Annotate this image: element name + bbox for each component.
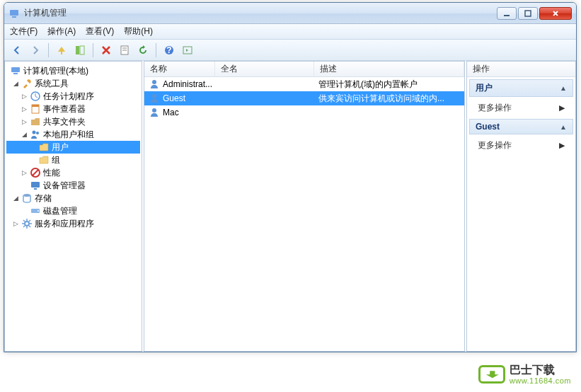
export-button[interactable]	[179, 42, 196, 59]
cell-name: Mac	[144, 107, 215, 118]
gear-icon	[21, 218, 33, 229]
expand-icon[interactable]: ▷	[21, 93, 28, 100]
refresh-button[interactable]	[134, 42, 151, 59]
window-buttons	[497, 7, 572, 20]
action-section-users[interactable]: 用户 ▲	[469, 79, 573, 97]
tree-system-tools[interactable]: ◢ 系统工具	[6, 77, 140, 90]
svg-rect-16	[32, 105, 39, 107]
collapse-icon[interactable]: ◢	[21, 131, 28, 138]
expand-icon[interactable]: ▷	[21, 169, 28, 176]
action-more-users[interactable]: 更多操作 ▶	[469, 99, 573, 117]
folder-icon	[38, 142, 50, 153]
help-button[interactable]: ?	[161, 42, 178, 59]
delete-button[interactable]	[98, 42, 115, 59]
svg-rect-5	[80, 46, 84, 54]
tree-device-manager[interactable]: 设备管理器	[6, 179, 140, 192]
svg-point-18	[36, 132, 39, 134]
list-header: 名称 全名 描述	[144, 62, 464, 77]
watermark-text: 巴士下载 www.11684.com	[510, 364, 571, 385]
tree-label: 性能	[43, 167, 60, 179]
titlebar: 计算机管理	[4, 3, 576, 24]
event-icon	[30, 103, 41, 115]
tree-storage[interactable]: ◢ 存储	[6, 192, 140, 204]
app-icon	[8, 8, 20, 19]
list-panel: 名称 全名 描述 Administrat...管理计算机(域)的内置帐户Gues…	[144, 61, 465, 352]
list-body: Administrat...管理计算机(域)的内置帐户Guest供来宾访问计算机…	[144, 77, 464, 351]
svg-line-20	[33, 170, 38, 175]
action-more-guest[interactable]: 更多操作 ▶	[469, 137, 573, 154]
collapse-icon[interactable]: ◢	[12, 80, 19, 87]
list-row[interactable]: Guest供来宾访问计算机或访问域的内...	[144, 91, 464, 105]
action-item-label: 更多操作	[478, 139, 512, 151]
tree-label: 组	[52, 154, 60, 166]
maximize-button[interactable]	[518, 7, 538, 20]
action-section-label: Guest	[476, 122, 500, 132]
chevron-right-icon: ▶	[559, 141, 565, 150]
menu-file[interactable]: 文件(F)	[10, 25, 38, 38]
svg-rect-21	[31, 182, 40, 188]
folder-icon	[38, 154, 50, 166]
cell-name-text: Guest	[163, 93, 185, 103]
close-button[interactable]	[539, 7, 572, 20]
back-button[interactable]	[8, 42, 25, 59]
chevron-up-icon: ▲	[560, 84, 567, 92]
up-button[interactable]	[53, 42, 70, 59]
chevron-up-icon: ▲	[560, 123, 567, 131]
menubar: 文件(F) 操作(A) 查看(V) 帮助(H)	[4, 24, 576, 40]
action-section-label: 用户	[476, 82, 493, 94]
list-row[interactable]: Mac	[144, 105, 464, 120]
cell-desc: 供来宾访问计算机或访问域的内...	[314, 93, 464, 105]
tree-event-viewer[interactable]: ▷ 事件查看器	[6, 103, 140, 115]
content-area: 计算机管理(本地) ◢ 系统工具 ▷ 任务计划程序 ▷	[4, 61, 576, 352]
window-title: 计算机管理	[24, 7, 497, 19]
menu-help[interactable]: 帮助(H)	[124, 25, 153, 38]
tree-task-scheduler[interactable]: ▷ 任务计划程序	[6, 90, 140, 103]
properties-button[interactable]	[116, 42, 133, 59]
tree-shared-folders[interactable]: ▷ 共享文件夹	[6, 115, 140, 128]
tree-performance[interactable]: ▷ 性能	[6, 166, 140, 179]
tree-groups[interactable]: 组	[6, 154, 140, 166]
minimize-button[interactable]	[497, 7, 517, 20]
collapse-icon[interactable]: ◢	[12, 195, 19, 202]
share-icon	[30, 116, 41, 127]
tree-services-apps[interactable]: ▷ 服务和应用程序	[6, 217, 140, 230]
col-name[interactable]: 名称	[144, 62, 215, 76]
disk-icon	[30, 205, 41, 217]
tree-root[interactable]: 计算机管理(本地)	[6, 64, 140, 77]
cell-name: Administrat...	[144, 79, 215, 90]
users-icon	[30, 129, 41, 140]
col-desc[interactable]: 描述	[314, 62, 464, 76]
svg-text:?: ?	[166, 45, 171, 55]
toolbar-separator	[93, 43, 93, 57]
tree-label: 共享文件夹	[43, 116, 86, 128]
show-hide-tree-button[interactable]	[71, 42, 88, 59]
col-fullname[interactable]: 全名	[215, 62, 314, 76]
expand-icon[interactable]: ▷	[21, 105, 28, 113]
expand-icon[interactable]: ▷	[21, 118, 28, 125]
action-section-guest[interactable]: Guest ▲	[469, 119, 573, 134]
tree-disk-management[interactable]: 磁盘管理	[6, 204, 140, 217]
svg-rect-13	[13, 73, 18, 74]
tree-label: 用户	[52, 142, 69, 154]
tree-label: 本地用户和组	[43, 129, 94, 141]
tree-local-users-groups[interactable]: ◢ 本地用户和组	[6, 128, 140, 141]
tree-label: 磁盘管理	[43, 205, 77, 217]
svg-rect-3	[525, 11, 531, 16]
tree-label: 设备管理器	[43, 180, 86, 192]
menu-action[interactable]: 操作(A)	[47, 25, 76, 38]
menu-view[interactable]: 查看(V)	[86, 25, 114, 38]
nav-tree: 计算机管理(本地) ◢ 系统工具 ▷ 任务计划程序 ▷	[5, 62, 142, 351]
actions-header: 操作	[467, 62, 575, 77]
expand-icon[interactable]: ▷	[12, 220, 19, 227]
toolbar: ?	[4, 40, 576, 61]
forward-button[interactable]	[27, 42, 44, 59]
user-icon	[149, 107, 160, 118]
list-row[interactable]: Administrat...管理计算机(域)的内置帐户	[144, 77, 464, 91]
tree-users[interactable]: 用户	[6, 141, 140, 154]
svg-rect-12	[11, 67, 20, 72]
window: 计算机管理 文件(F) 操作(A) 查看(V) 帮助(H) ?	[4, 2, 577, 352]
user-icon	[149, 79, 160, 90]
svg-point-17	[33, 131, 36, 134]
svg-point-25	[38, 210, 39, 212]
cell-desc: 管理计算机(域)的内置帐户	[314, 79, 464, 91]
